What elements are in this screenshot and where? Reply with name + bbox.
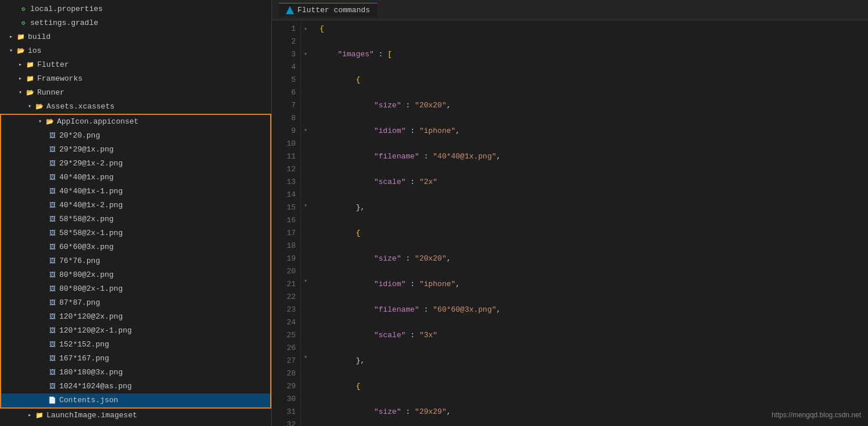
tree-label: 29*29@1x-2.png — [59, 158, 123, 169]
tree-item-frameworks[interactable]: 📁 Frameworks — [0, 72, 271, 86]
folder-icon: 📂 — [45, 117, 55, 127]
tree-label: local.properties — [30, 3, 103, 15]
tree-label: Base.lproj — [37, 424, 83, 426]
file-icon: 🖼 — [48, 257, 57, 266]
line-num-24: 24 — [272, 316, 296, 329]
tree-item-29x29-1x-2[interactable]: 🖼 29*29@1x-2.png — [1, 157, 270, 171]
tree-item-settings-gradle[interactable]: ⚙ settings.gradle — [0, 16, 271, 30]
tree-item-assets-xcassets[interactable]: 📂 Assets.xcassets — [0, 100, 271, 114]
tree-item-87x87[interactable]: 🖼 87*87.png — [1, 296, 270, 310]
fold-marker-15[interactable]: ▾ — [301, 199, 310, 212]
code-content[interactable]: { "images" : [ { "size" : "20x20", "idio… — [310, 20, 868, 426]
fold-marker-24 — [301, 313, 310, 326]
tree-item-build[interactable]: 📁 build — [0, 30, 271, 44]
fold-marker-10 — [301, 136, 310, 149]
fold-marker-9[interactable]: ▾ — [301, 124, 310, 136]
tree-item-180x180-3x[interactable]: 🖼 180*180@3x.png — [1, 366, 270, 380]
folder-icon: 📂 — [16, 46, 26, 56]
tree-item-20x20[interactable]: 🖼 20*20.png — [1, 129, 270, 143]
tree-item-ios[interactable]: 📂 ios — [0, 44, 271, 58]
fold-marker-23 — [301, 300, 310, 313]
tree-label: Contents.json — [59, 395, 118, 406]
tree-item-58x58-2x-1[interactable]: 🖼 58*58@2x-1.png — [1, 226, 270, 240]
tree-item-80x80-2x-1[interactable]: 🖼 80*80@2x-1.png — [1, 282, 270, 296]
line-num-13: 13 — [272, 176, 296, 189]
tree-item-appiconset[interactable]: 📂 AppIcon.appiconset — [1, 115, 270, 129]
tree-item-80x80-2x[interactable]: 🖼 80*80@2x.png — [1, 268, 270, 282]
tree-label: 167*167.png — [59, 353, 109, 364]
line-num-2: 2 — [272, 35, 296, 48]
tree-label: 80*80@2x-1.png — [59, 283, 123, 295]
code-line-7: "scale" : "2x" — [320, 176, 868, 189]
fold-marker-25 — [301, 325, 310, 338]
fold-marker-28 — [301, 363, 310, 376]
tree-item-167x167[interactable]: 🖼 167*167.png — [1, 352, 270, 366]
file-icon: 🖼 — [48, 243, 57, 252]
tree-item-runner[interactable]: 📂 Runner — [0, 86, 271, 100]
gradle-icon: ⚙ — [19, 5, 28, 14]
watermark: https://mengqd.blog.csdn.net — [772, 411, 861, 419]
file-icon: 🖼 — [48, 145, 57, 154]
line-num-21: 21 — [272, 278, 296, 291]
file-icon: 🖼 — [48, 326, 57, 335]
line-num-25: 25 — [272, 329, 296, 342]
flutter-icon — [286, 6, 294, 15]
tree-label: 120*120@2x.png — [59, 311, 123, 323]
tree-label: 1024*1024@as.png — [59, 381, 132, 392]
tree-item-152x152[interactable]: 🖼 152*152.png — [1, 338, 270, 352]
tree-item-launchimage[interactable]: 📁 LaunchImage.imageset — [0, 409, 271, 423]
gradle-icon: ⚙ — [19, 19, 28, 28]
file-icon: 🖼 — [48, 159, 57, 168]
line-num-10: 10 — [272, 138, 296, 150]
arrow-icon — [19, 87, 26, 99]
tree-item-contents-json[interactable]: 📄 Contents.json — [1, 393, 270, 407]
file-icon: 🖼 — [48, 368, 57, 377]
code-line-4: "size" : "20x20", — [320, 99, 868, 112]
tree-label: 152*152.png — [59, 339, 109, 351]
line-num-18: 18 — [272, 240, 296, 252]
tree-label: Runner — [37, 87, 64, 99]
tree-item-local-properties[interactable]: ⚙ local.properties — [0, 2, 271, 16]
fold-marker-19 — [301, 250, 310, 262]
tree-item-1024x1024[interactable]: 🖼 1024*1024@as.png — [1, 380, 270, 393]
file-tree-panel[interactable]: ⚙ local.properties ⚙ settings.gradle 📁 b… — [0, 0, 272, 426]
tree-item-120x120-2x[interactable]: 🖼 120*120@2x.png — [1, 310, 270, 324]
line-num-6: 6 — [272, 86, 296, 99]
tree-label: Flutter — [37, 59, 69, 71]
tree-item-120x120-2x-1[interactable]: 🖼 120*120@2x-1.png — [1, 324, 270, 338]
line-num-4: 4 — [272, 61, 296, 74]
file-icon: 🖼 — [48, 270, 57, 280]
fold-marker-1[interactable]: ▾ — [301, 23, 310, 35]
folder-icon: 📁 — [16, 33, 26, 42]
tab-title: Flutter commands — [297, 6, 370, 15]
code-line-1: { — [320, 23, 868, 35]
tree-item-76x76[interactable]: 🖼 76*76.png — [1, 254, 270, 268]
code-area[interactable]: 1 2 3 4 5 6 7 8 9 10 11 12 13 14 15 16 1… — [272, 20, 868, 426]
tree-label: build — [28, 31, 51, 43]
tree-item-40x40-1x-2[interactable]: 🖼 40*40@1x-2.png — [1, 198, 270, 212]
fold-marker-21[interactable]: ▾ — [301, 275, 310, 287]
tree-label: Assets.xcassets — [46, 101, 114, 113]
tree-item-40x40-1x-1[interactable]: 🖼 40*40@1x-1.png — [1, 185, 270, 198]
tree-item-base-lproj[interactable]: 📁 Base.lproj — [0, 423, 271, 426]
arrow-icon — [38, 116, 45, 128]
tree-item-60x60-3x[interactable]: 🖼 60*60@3x.png — [1, 240, 270, 254]
tree-item-58x58-2x[interactable]: 🖼 58*58@2x.png — [1, 212, 270, 226]
fold-marker-14 — [301, 186, 310, 199]
code-line-14: }, — [320, 355, 868, 367]
tree-label: 40*40@1x.png — [59, 172, 114, 183]
tree-item-29x29-1x[interactable]: 🖼 29*29@1x.png — [1, 143, 270, 157]
fold-marker-4 — [301, 60, 310, 73]
file-icon: 🖼 — [48, 201, 57, 210]
tree-item-flutter[interactable]: 📁 Flutter — [0, 58, 271, 72]
line-numbers: 1 2 3 4 5 6 7 8 9 10 11 12 13 14 15 16 1… — [272, 20, 301, 426]
line-num-1: 1 — [272, 23, 296, 35]
editor-tab-bar: Flutter commands — [272, 0, 868, 20]
fold-marker-3[interactable]: ▾ — [301, 48, 310, 60]
fold-marker-27[interactable]: ▾ — [301, 351, 310, 363]
file-icon: 🖼 — [48, 173, 57, 182]
line-num-17: 17 — [272, 227, 296, 240]
editor-tab-flutter-commands[interactable]: Flutter commands — [279, 3, 377, 17]
tree-item-40x40-1x[interactable]: 🖼 40*40@1x.png — [1, 171, 270, 185]
line-num-30: 30 — [272, 393, 296, 406]
